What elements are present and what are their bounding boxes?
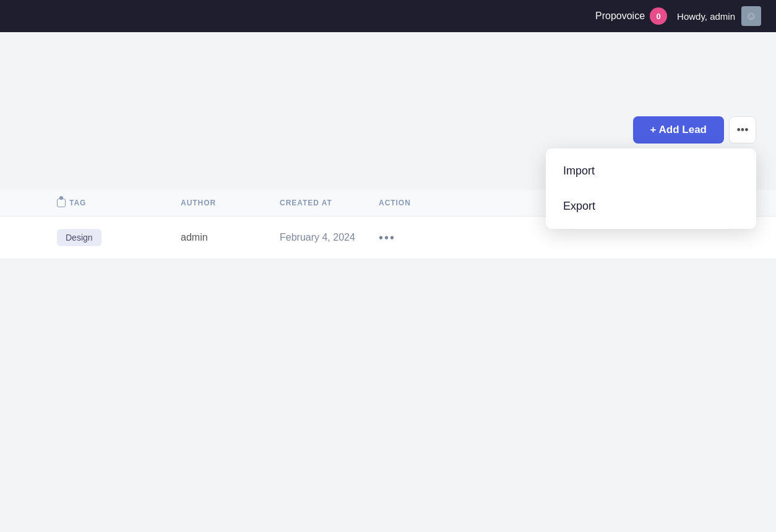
th-checkbox bbox=[20, 199, 57, 207]
import-label: Import bbox=[563, 165, 595, 177]
row-tag: Design bbox=[57, 229, 181, 246]
avatar[interactable]: ☺ bbox=[741, 6, 761, 26]
th-created-at-label: CREATED AT bbox=[280, 199, 332, 207]
created-at-value: February 4, 2024 bbox=[280, 232, 355, 242]
notification-badge[interactable]: 0 bbox=[650, 7, 667, 25]
brand-logo: Propovoice 0 bbox=[595, 7, 667, 25]
more-options-icon: ••• bbox=[737, 124, 749, 137]
dropdown-import[interactable]: Import bbox=[546, 153, 756, 189]
topbar: Propovoice 0 Howdy, admin ☺ bbox=[0, 0, 776, 32]
th-tag: TAG bbox=[57, 199, 181, 207]
brand-name: Propovoice bbox=[595, 11, 645, 22]
row-created-at: February 4, 2024 bbox=[280, 232, 379, 243]
th-author-label: AUTHOR bbox=[181, 199, 216, 207]
export-label: Export bbox=[563, 200, 595, 212]
more-options-button[interactable]: ••• bbox=[729, 116, 756, 144]
th-action-label: ACTION bbox=[379, 199, 411, 207]
user-greeting-text: Howdy, admin bbox=[677, 11, 735, 22]
add-lead-button[interactable]: + Add Lead bbox=[633, 116, 724, 144]
user-greeting-area: Howdy, admin ☺ bbox=[677, 6, 761, 26]
th-tag-label: TAG bbox=[69, 199, 86, 207]
button-group: + Add Lead ••• Import Export bbox=[633, 116, 756, 144]
th-action: ACTION bbox=[379, 199, 552, 207]
tag-badge: Design bbox=[57, 229, 101, 246]
top-section: + Add Lead ••• Import Export bbox=[0, 32, 776, 156]
row-action: ••• bbox=[379, 231, 552, 245]
th-created-at: CREATED AT bbox=[280, 199, 379, 207]
row-action-icon: ••• bbox=[379, 231, 395, 244]
author-value: admin bbox=[181, 232, 208, 242]
dropdown-menu: Import Export bbox=[546, 148, 756, 229]
row-action-button[interactable]: ••• bbox=[379, 231, 395, 245]
dropdown-export[interactable]: Export bbox=[546, 189, 756, 224]
tag-icon bbox=[57, 199, 66, 207]
th-author: AUTHOR bbox=[181, 199, 280, 207]
main-content: + Add Lead ••• Import Export Show bbox=[0, 32, 776, 259]
user-icon: ☺ bbox=[746, 10, 757, 23]
row-author: admin bbox=[181, 232, 280, 243]
notification-count: 0 bbox=[656, 12, 660, 21]
add-lead-label: + Add Lead bbox=[650, 124, 707, 136]
